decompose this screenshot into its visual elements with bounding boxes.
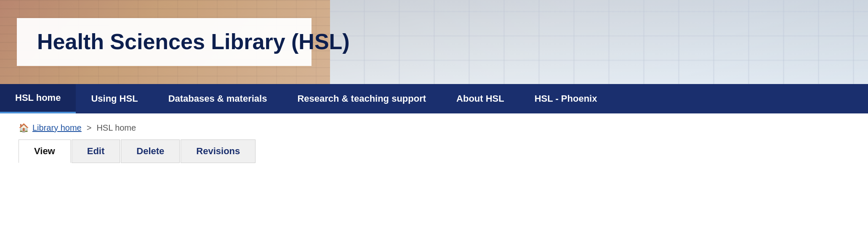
content-tabs: ViewEditDeleteRevisions <box>0 139 868 163</box>
tab-view[interactable]: View <box>19 139 71 163</box>
breadcrumb-separator: > <box>87 123 92 133</box>
home-icon: 🏠 <box>19 123 29 133</box>
hero-title-box: Health Sciences Library (HSL) <box>17 18 312 66</box>
breadcrumb: 🏠 Library home > HSL home <box>0 113 868 139</box>
nav-item-using-hsl[interactable]: Using HSL <box>76 84 153 113</box>
breadcrumb-current: HSL home <box>96 123 136 133</box>
hero-building-panels <box>330 0 868 84</box>
site-title: Health Sciences Library (HSL) <box>37 30 291 54</box>
main-navigation: HSL homeUsing HSLDatabases & materialsRe… <box>0 84 868 113</box>
tab-edit[interactable]: Edit <box>72 139 120 163</box>
nav-item-research-teaching[interactable]: Research & teaching support <box>282 84 441 113</box>
nav-item-about-hsl[interactable]: About HSL <box>441 84 519 113</box>
tab-delete[interactable]: Delete <box>121 139 180 163</box>
tab-revisions[interactable]: Revisions <box>181 139 256 163</box>
nav-item-databases-materials[interactable]: Databases & materials <box>153 84 282 113</box>
nav-item-hsl-home[interactable]: HSL home <box>0 84 76 113</box>
nav-item-hsl-phoenix[interactable]: HSL - Phoenix <box>519 84 612 113</box>
breadcrumb-library-home[interactable]: Library home <box>32 123 82 133</box>
hero-header: Health Sciences Library (HSL) <box>0 0 868 84</box>
